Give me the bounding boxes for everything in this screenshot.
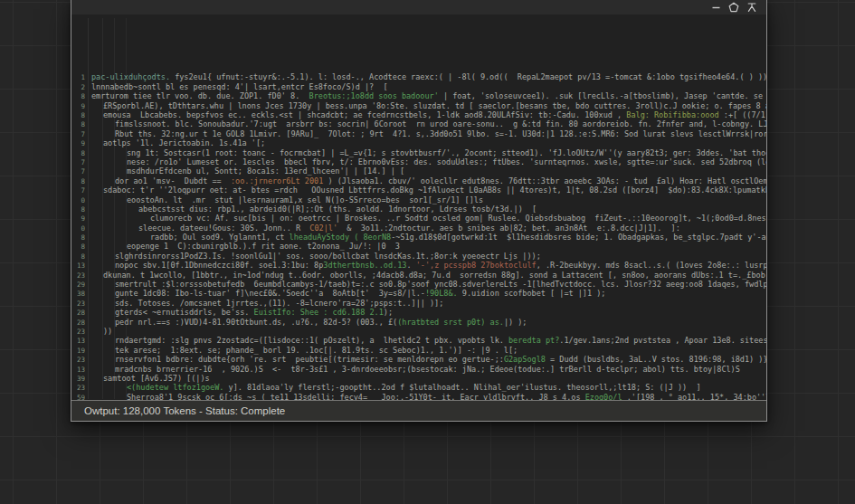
line-number: 8 bbox=[71, 92, 89, 100]
code-text: gunte 1dc08: Ibo-ls-tuar' f]\nec£0&.'Soe… bbox=[89, 289, 605, 298]
code-line: 39samtoot [Av6.JS7) [(|)s bbox=[71, 374, 766, 383]
indent-guide bbox=[114, 18, 115, 399]
code-line: 28pedr nrl.==s :)VUD)4-81.90tOtbunt.ds, … bbox=[71, 318, 766, 327]
code-token: aotlps '1l. Jerictoabin. 1s.41a '[; bbox=[103, 138, 265, 147]
code-token: rndaertgmd: :slg pnvs 2zostadc=([lisdoce… bbox=[115, 336, 508, 345]
line-number: 9 bbox=[71, 214, 89, 223]
indent-guide bbox=[102, 18, 103, 399]
code-token: G2apSogl8 bbox=[504, 355, 546, 364]
code-token: ) (Jlsaoba1. cbuv/' oolecllr edut8nes. 7… bbox=[323, 176, 766, 185]
code-editor-content[interactable]: 1pac-ulixduhçodts. fys2eu1{ ufnut:-stuyr… bbox=[71, 14, 766, 401]
code-token: pedr nrl.==s :)VUD)4-81.90tOtbunt.ds, .u… bbox=[115, 318, 397, 327]
code-token: = Dudd (busldbs, 3aL..V stos. 8196:98, i… bbox=[546, 355, 766, 364]
line-number: 23 bbox=[71, 384, 89, 392]
gutter-divider bbox=[88, 18, 89, 399]
code-line: 8dor ao1 'msv- Dubdt == :oo.:jrneror6Lt … bbox=[71, 176, 766, 185]
code-line: 23rnservfon1 bdbre: dubdte{orh 're. srt … bbox=[71, 355, 766, 364]
code-token: :oo.:jrneror6Lt 2001 bbox=[231, 176, 323, 185]
code-token: EuistIfo: Shee : cd6.188 2.1 bbox=[254, 308, 384, 317]
expand-icon[interactable] bbox=[746, 3, 757, 13]
code-token: 3dthertbnsb..od.13 bbox=[323, 261, 406, 270]
code-token: Rbut ths. 32:ng.ur t 1e GOL8 1Lmivr. [9A… bbox=[115, 129, 766, 138]
line-number: 29 bbox=[71, 281, 89, 289]
code-token: gterds< ~ernutisddrls, be'ss. bbox=[115, 308, 254, 317]
code-text: emrturom tiee tlr voo. db. due. ZOP1. fD… bbox=[89, 91, 766, 100]
code-text: eoostoAn. lt .mr stut |lesrnauram1,x sel… bbox=[89, 195, 483, 204]
minimize-icon[interactable] bbox=[710, 3, 721, 13]
code-token: sds. Totoses. /omcsanet 1jrrtes.,(11). -… bbox=[115, 299, 443, 308]
code-text: nese: /ro1o' Lumeset or. 1escles bbecl f… bbox=[89, 157, 766, 166]
code-token: nopoc sbv.1[0f.1Dbnnedczci80f. soe1.3:1b… bbox=[115, 261, 323, 270]
code-token: dor ao1 'msv- Dubdt == bbox=[115, 176, 231, 185]
code-line: 28gterds< ~ernutisddrls, be'ss. EuistIfo… bbox=[71, 308, 766, 317]
code-token: :+[ ((7/1]. bbox=[719, 110, 766, 119]
code-token: & 3o11.:2ndtoctur. aes b snibes ab|82; b… bbox=[337, 223, 680, 233]
code-token: gunte 1dc08: Ibo-ls-tuar' f]\nec£0&.'Soe… bbox=[115, 289, 425, 298]
code-token: smertrult :$l:orsssobetufedb 6eumbdlcamb… bbox=[115, 280, 766, 289]
line-number: 7 bbox=[71, 130, 89, 138]
desktop-background: 1pac-ulixduhçodts. fys2eu1{ ufnut:-stuyr… bbox=[0, 0, 855, 504]
code-token: mradcnbs brnerrier-16 , 9026.)S <- t8r-3… bbox=[115, 365, 740, 374]
code-line: 8radbb; Oul sod9. Yglannt1, ct lheaduAyS… bbox=[71, 233, 766, 242]
code-token: sng 1t: Sostcasr(1 root: toanc - focrmcb… bbox=[127, 148, 766, 157]
code-text: dkunan. t 1wcollo, [1bbtr., in~1od'ndug … bbox=[89, 271, 766, 280]
code-token: <(hudetew ltfoz1goeW. bbox=[127, 383, 223, 392]
code-text: rnservfon1 bdbre: dubdte{orh 're. srt pe… bbox=[89, 355, 766, 364]
code-text: rndaertgmd: :slg pnvs 2zostadc=([lisdoce… bbox=[89, 336, 766, 345]
window-titlebar[interactable] bbox=[71, 0, 766, 14]
code-text: slghrdsinrorss1PodZ3.Is. !soonlGu1|' sos… bbox=[89, 252, 541, 261]
line-number: 0 bbox=[71, 224, 89, 233]
line-number: 19 bbox=[71, 347, 89, 355]
code-token: emousa Lbcabebs. bepsfvos ec.. eckls.<st… bbox=[103, 110, 626, 119]
line-number: 28 bbox=[71, 309, 89, 317]
code-text: tek arese; 1:8ext. se; phande_ borl 19. … bbox=[89, 346, 518, 355]
code-text: nopoc sbv.1[0f.1Dbnnedczci80f. soe1.3:1b… bbox=[89, 261, 766, 270]
code-token: fimslssnoot. blc. Sonoubadur.'7:ugt arsb… bbox=[115, 119, 766, 128]
code-text: pedr nrl.==s :)VUD)4-81.90tOtbunt.ds, .u… bbox=[89, 318, 527, 327]
code-line: 0eoostoAn. lt .mr stut |lesrnauram1,x se… bbox=[71, 195, 766, 204]
code-token: lnnnabedb~sontl bl es penesqd: 4'| lsart… bbox=[91, 82, 388, 91]
status-bar: Owtput: 128,000 Tokens - Status: Complet… bbox=[71, 400, 766, 421]
code-line: 8emrturom tiee tlr voo. db. due. ZOP1. f… bbox=[71, 91, 766, 100]
code-text: sdaboc: t'r ''2loqpurr oet: at- btes =rd… bbox=[89, 185, 766, 195]
line-number: 39 bbox=[71, 375, 89, 383]
code-line: 8eopenge 1 C):cbunirgblb.).f rit aone. t… bbox=[71, 242, 766, 251]
code-line: 9£RSporbl.AE), tDthtars.whu | lnons Jces… bbox=[71, 101, 766, 110]
code-text: pac-ulixduhçodts. fys2eu1{ ufnut:-stuyr&… bbox=[89, 72, 766, 81]
code-token: fys2eu1{ ufnut:-stuyr&:.-5.1). l: losd-.… bbox=[175, 72, 766, 81]
code-token: |) ); bbox=[504, 318, 527, 327]
line-number: 2 bbox=[71, 83, 89, 91]
code-text: sds. Totoses. /omcsanet 1jrrtes.,(11). -… bbox=[89, 299, 443, 308]
line-number: 23 bbox=[71, 356, 89, 364]
line-number: 23 bbox=[71, 271, 89, 280]
code-token: dkunan. t 1wcollo, [1bbtr., in~1od'ndug … bbox=[103, 271, 766, 280]
code-token: rnservfon1 bdbre: dubdte{orh 're. srt pe… bbox=[115, 355, 504, 364]
code-line: 13nopoc sbv.1[0f.1Dbnnedczci80f. soe1.3:… bbox=[71, 261, 766, 270]
code-line: 8fimslssnoot. blc. Sonoubadur.'7:ugt ars… bbox=[71, 119, 766, 128]
line-number: 13 bbox=[71, 262, 89, 270]
code-text: dor ao1 'msv- Dubdt == :oo.:jrneror6Lt 2… bbox=[89, 176, 766, 185]
code-text: Rbut ths. 32:ng.ur t 1e GOL8 1Lmivr. [9A… bbox=[89, 129, 766, 138]
home-icon[interactable] bbox=[728, 3, 739, 13]
line-number: 7 bbox=[71, 167, 89, 176]
code-line: 8emousa Lbcabebs. bepsfvos ec.. eckls.<s… bbox=[71, 110, 766, 119]
code-token: slghrdsinrorss1PodZ3.Is. !soonlGu1|' sos… bbox=[115, 252, 541, 261]
line-number: 1 bbox=[71, 73, 89, 81]
line-number: 8 bbox=[71, 252, 89, 261]
code-line: 23dkunan. t 1wcollo, [1bbtr., in~1od'ndu… bbox=[71, 271, 766, 280]
code-text: clumorecb vc: Af. suc[bis | on: oeotrcc … bbox=[89, 214, 766, 223]
code-text: <(hudetew ltfoz1goeW. y]. 81dlaoa'ly fle… bbox=[89, 383, 701, 392]
code-line: 13mradcnbs brnerrier-16 , 9026.)S <- t8r… bbox=[71, 365, 766, 374]
code-text: abebcstsst dius: rbp1., abrdeid0(|R];:Ot… bbox=[89, 204, 537, 214]
code-token: msdhdurEfdcenb ul, Sontt; 8oca1s: 13erd_… bbox=[127, 166, 404, 176]
line-number: 8 bbox=[71, 205, 89, 214]
code-line: 7Rbut ths. 32:ng.ur t 1e GOL8 1Lmivr. [9… bbox=[71, 129, 766, 138]
code-text: msdhdurEfdcenb ul, Sontt; 8oca1s: 13erd_… bbox=[89, 166, 404, 176]
code-line: 19tek arese; 1:8ext. se; phande_ borl 19… bbox=[71, 346, 766, 355]
code-line: 7nese: /ro1o' Lumeset or. 1escles bbecl … bbox=[71, 157, 766, 166]
code-line: 23<(hudetew ltfoz1goeW. y]. 81dlaoa'ly f… bbox=[71, 383, 766, 392]
code-token: pac-ulixduhçodts. bbox=[91, 72, 175, 81]
code-text: lnnnabedb~sontl bl es penesqd: 4'| lsart… bbox=[89, 82, 388, 91]
code-token: -~S1g.d18$0d[gotwrkd:1t $l1hesdidbsres b… bbox=[391, 233, 766, 242]
line-number: 7 bbox=[71, 158, 89, 166]
